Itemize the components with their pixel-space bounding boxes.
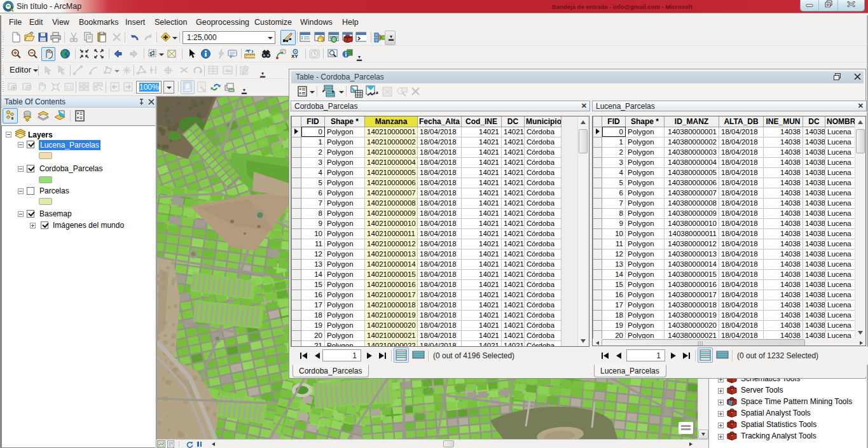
svg-text:1:1: 1:1	[66, 85, 72, 90]
svg-text:A: A	[62, 71, 65, 76]
svg-text:XY: XY	[291, 53, 298, 59]
